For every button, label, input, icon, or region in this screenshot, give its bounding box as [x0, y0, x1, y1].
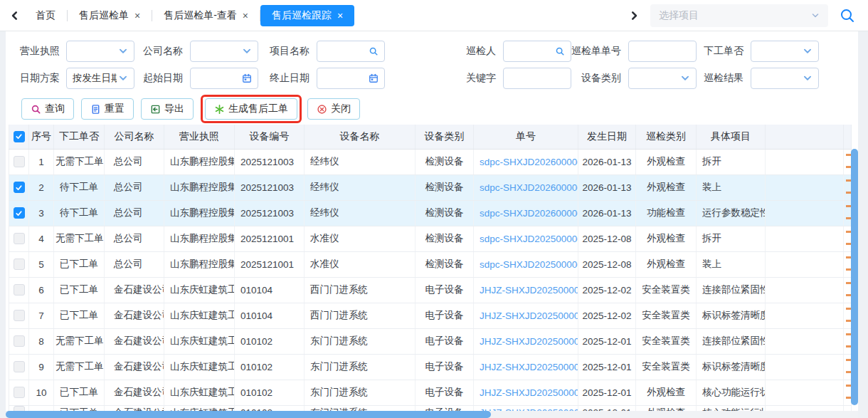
cell-date: 2025-12-08 [578, 251, 636, 277]
project-select[interactable]: 选择项目 [650, 4, 828, 27]
export-button[interactable]: 导出 [141, 98, 194, 120]
end-date-input[interactable] [317, 68, 385, 89]
cell-order-no[interactable]: JHJZ-SHXJD20250000002 [474, 328, 578, 354]
row-checkbox[interactable] [14, 182, 25, 193]
generate-button-label: 生成售后工单 [228, 103, 288, 115]
cell-company: 金石建设公司 [105, 303, 164, 328]
cell-order-no[interactable]: JHJZ-SHXJD20250000002 [474, 380, 578, 405]
select-all-checkbox[interactable] [14, 131, 25, 142]
cell-order-no[interactable]: sdpc-SHXJD20260000001 [474, 149, 578, 174]
cell-license: 山东庆虹建筑工程有 [164, 277, 235, 303]
cell-serial: 6 [29, 277, 54, 303]
table-row[interactable]: 8无需下工单金石建设公司山东庆虹建筑工程有010102东门门进系统电子设备JHJ… [9, 328, 852, 354]
filter-group-device-category: 设备类别 [571, 68, 697, 89]
filter-row: 营业执照公司名称项目名称巡检人巡检单单号下工单否 [20, 41, 858, 62]
cell-order-no[interactable]: JHJZ-SHXJD20250000003 [474, 277, 578, 303]
calendar-icon[interactable] [242, 73, 252, 83]
search-icon[interactable] [369, 46, 379, 56]
table-row[interactable]: 4无需下工单总公司山东鹏程控股集团有2025121001水准仪检测设备sdpc-… [9, 226, 852, 251]
column-header-device-category: 设备类别 [416, 125, 474, 149]
cell-order-no[interactable]: sdpc-SHXJD20250000003 [474, 226, 578, 251]
cell-device-name: 东门门进系统 [305, 328, 416, 354]
date-scheme-value: 按发生日期 [73, 72, 117, 85]
inspection-result-select[interactable] [751, 68, 819, 89]
device-category-select[interactable] [628, 68, 697, 89]
cell-device-category: 电子设备 [416, 380, 474, 405]
calendar-icon[interactable] [369, 73, 379, 83]
cell-item: 连接部位紧固性 [697, 328, 766, 354]
filter-group-company-name: 公司名称 [134, 41, 258, 62]
row-checkbox-cell [9, 303, 29, 328]
tab-after-sales-inspection-tracking[interactable]: 售后巡检跟踪× [260, 5, 354, 26]
table-row[interactable]: 3待下工单总公司山东鹏程控股集团有2025121003经纬仪检测设备sdpc-S… [9, 200, 852, 226]
row-checkbox[interactable] [14, 233, 25, 244]
chevron-right-icon[interactable] [625, 6, 643, 25]
cell-order-no[interactable]: JHJZ-SHXJD20250000003 [474, 303, 578, 328]
start-date-input[interactable] [190, 68, 258, 89]
keyword-input[interactable] [503, 68, 571, 89]
cell-inspection-category: 安全装置类 [636, 303, 697, 328]
chevron-left-icon[interactable] [6, 6, 24, 25]
cell-device-no: 010102 [235, 354, 305, 380]
cell-device-name: 水准仪 [305, 226, 416, 251]
cell-work-order-flag: 无需下工单 [54, 328, 105, 354]
table-row[interactable]: 9无需下工单金石建设公司山东庆虹建筑工程有010102东门门进系统电子设备JHJ… [9, 354, 852, 380]
global-search-icon[interactable] [840, 8, 855, 23]
table-row[interactable]: 6已下工单金石建设公司山东庆虹建筑工程有010104西门门进系统电子设备JHJZ… [9, 277, 852, 303]
tab-after-sales-inspection-order[interactable]: 售后巡检单× [68, 5, 152, 26]
inspection-order-no-input[interactable] [628, 41, 697, 62]
filter-group-date-scheme: 日期方案按发生日期 [20, 68, 134, 89]
business-license-select[interactable] [66, 41, 134, 62]
column-header-serial: 序号 [29, 125, 54, 149]
table-row[interactable]: 7已下工单金石建设公司山东庆虹建筑工程有010104西门门进系统电子设备JHJZ… [9, 303, 852, 328]
cell-date: 2026-01-13 [578, 200, 636, 226]
row-checkbox[interactable] [14, 361, 25, 372]
chevron-down-icon [118, 46, 128, 56]
generate-after-sales-order-button[interactable]: 生成售后工单 [205, 98, 297, 120]
cell-device-no: 2025121001 [235, 226, 305, 251]
row-checkbox[interactable] [14, 335, 25, 347]
clipped-orange-text-fragment [846, 154, 851, 168]
work-order-flag-select[interactable] [751, 41, 819, 62]
cell-order-no[interactable]: JHJZ-SHXJD20250000002 [474, 354, 578, 380]
table-row[interactable]: 10已下工单金石建设公司山东庆虹建筑工程有010102东门门进系统电子设备JHJ… [9, 380, 852, 405]
row-checkbox[interactable] [14, 284, 25, 296]
row-checkbox[interactable] [14, 310, 25, 321]
cell-serial: 5 [29, 251, 54, 277]
row-checkbox[interactable] [14, 207, 25, 219]
row-checkbox[interactable] [14, 387, 25, 398]
date-scheme-select[interactable]: 按发生日期 [66, 68, 134, 89]
table-row[interactable]: 2待下工单总公司山东鹏程控股集团有2025121003经纬仪检测设备sdpc-S… [9, 174, 852, 200]
cell-order-no[interactable]: sdpc-SHXJD20260000001 [474, 200, 578, 226]
cell-serial: 8 [29, 328, 54, 354]
filter-group-project-name: 项目名称 [258, 41, 385, 62]
cell-order-no[interactable]: sdpc-SHXJD20260000001 [474, 174, 578, 200]
table-row[interactable]: 1无需下工单总公司山东鹏程控股集团有2025121003经纬仪检测设备sdpc-… [9, 149, 852, 174]
cell-order-no[interactable]: sdpc-SHXJD20250000003 [474, 251, 578, 277]
tab-close-icon[interactable]: × [337, 11, 343, 21]
end-date-label: 终止日期 [258, 72, 317, 85]
table-row[interactable]: 5已下工单总公司山东鹏程控股集团有2025121001水准仪检测设备sdpc-S… [9, 251, 852, 277]
search-icon[interactable] [555, 46, 565, 56]
tab-close-icon[interactable]: × [134, 11, 140, 21]
tab-list: 首页售后巡检单×售后巡检单-查看×售后巡检跟踪× [24, 0, 354, 31]
tab-home[interactable]: 首页 [24, 5, 67, 26]
vertical-scrollbar[interactable] [851, 149, 858, 405]
horizontal-scrollbar-thumb[interactable] [6, 411, 491, 418]
cell-device-no: 010102 [235, 328, 305, 354]
inspector-input[interactable] [503, 41, 571, 62]
reset-button[interactable]: 重置 [81, 98, 134, 120]
column-header-license: 营业执照 [164, 125, 235, 149]
project-name-input[interactable] [317, 41, 385, 62]
company-name-select[interactable] [190, 41, 258, 62]
tab-after-sales-inspection-order-view[interactable]: 售后巡检单-查看× [152, 5, 260, 26]
close-button[interactable]: 关闭 [307, 98, 360, 120]
tab-close-icon[interactable]: × [243, 11, 248, 21]
cell-item: 标识标签清晰度 [697, 303, 766, 328]
horizontal-scrollbar-track[interactable] [6, 411, 858, 418]
column-header-device-no: 设备编号 [235, 125, 305, 149]
row-checkbox[interactable] [14, 258, 25, 270]
cell-license: 山东庆虹建筑工程有 [164, 380, 235, 405]
query-button[interactable]: 查询 [21, 98, 74, 120]
row-checkbox[interactable] [14, 156, 25, 167]
